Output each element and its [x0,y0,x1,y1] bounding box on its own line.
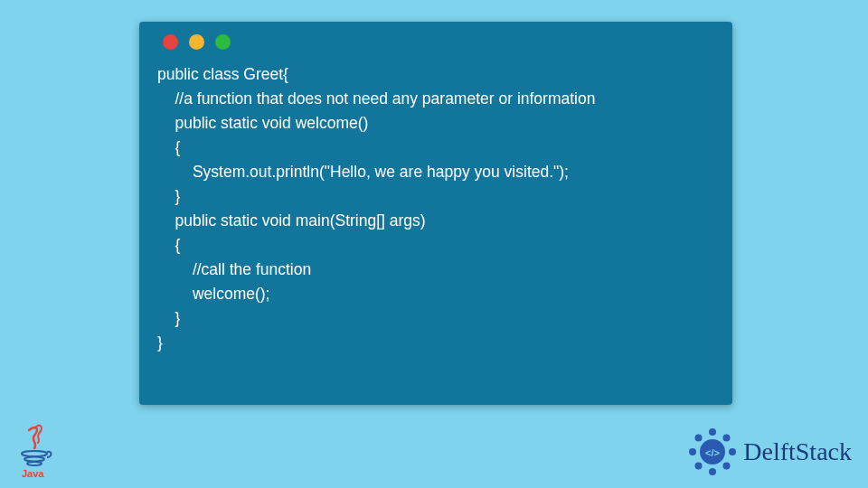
code-block: public class Greet{ //a function that do… [157,62,714,355]
close-icon [163,34,178,50]
java-logo-icon: Java [13,423,56,479]
svg-text:Java: Java [22,468,44,479]
svg-point-5 [723,435,731,442]
svg-text:</>: </> [705,447,720,458]
svg-point-6 [729,448,736,455]
window-traffic-lights [163,34,714,50]
minimize-icon [189,34,204,50]
delftstack-label: DelftStack [743,437,852,466]
svg-point-1 [24,457,44,462]
delftstack-logo: </> DelftStack [687,427,852,477]
delftstack-badge-icon: </> [687,427,738,477]
svg-point-10 [689,448,696,455]
svg-point-2 [27,462,42,465]
svg-point-11 [695,435,703,442]
code-window: public class Greet{ //a function that do… [139,22,732,405]
svg-point-8 [709,468,716,475]
svg-point-9 [695,463,703,470]
svg-point-0 [22,451,47,456]
svg-point-7 [723,463,731,470]
maximize-icon [215,34,231,50]
svg-point-4 [709,428,716,436]
